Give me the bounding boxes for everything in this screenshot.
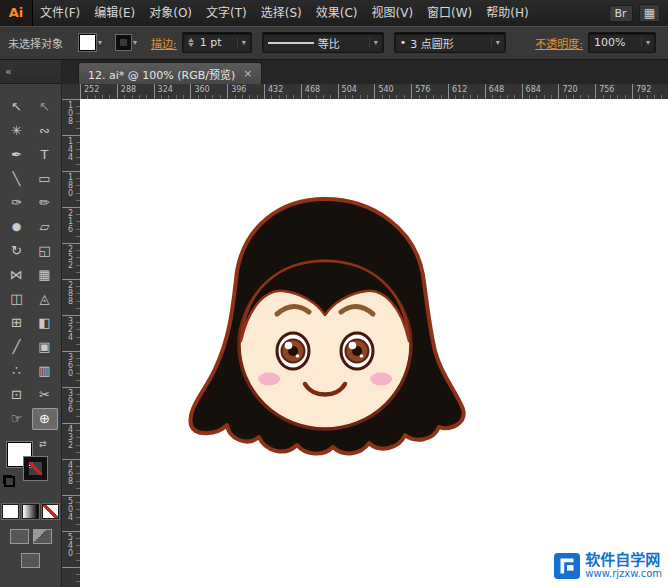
gradient-button[interactable]	[22, 504, 39, 519]
control-bar: 未选择对象 ▾ ▾ 描边: 1 pt ▾ 等比 ▾ • 3 点圆形 ▾ 不透明度…	[0, 26, 668, 60]
tab-close-icon[interactable]: ×	[243, 67, 252, 80]
menu-select[interactable]: 选择(S)	[254, 0, 309, 26]
selection-tool[interactable]: ↖	[4, 96, 30, 118]
tools-panel-collapse-button[interactable]: «	[0, 60, 61, 84]
free-transform-tool[interactable]: ▦	[32, 264, 58, 286]
rectangle-tool[interactable]: ▭	[32, 168, 58, 190]
menu-view[interactable]: 视图(V)	[364, 0, 420, 26]
menu-help[interactable]: 帮助(H)	[479, 0, 535, 26]
menu-object[interactable]: 对象(O)	[142, 0, 199, 26]
default-colors-icon[interactable]	[3, 475, 15, 487]
arrange-documents-icon[interactable]: ▦	[639, 4, 660, 22]
screen-mode-button[interactable]	[21, 553, 40, 568]
zoom-tool[interactable]: ⊕	[32, 408, 58, 430]
line-segment-tool[interactable]: ╲	[4, 168, 30, 190]
opacity-dropdown-icon[interactable]: ▾	[641, 38, 650, 47]
hand-tool[interactable]: ☞	[4, 408, 30, 430]
slice-tool[interactable]: ✂	[32, 384, 58, 406]
eraser-tool[interactable]: ▱	[32, 216, 58, 238]
stroke-color-swatch[interactable]	[24, 457, 47, 480]
fill-swatch-icon[interactable]	[79, 34, 96, 51]
blob-brush-tool[interactable]: ●	[4, 216, 30, 238]
vruler-label: 540	[66, 533, 75, 557]
stroke-color-control[interactable]: ▾	[116, 35, 137, 50]
vruler-label: 432	[66, 425, 75, 449]
tools-grid: ↖ ↖ ✳ ∾ ✒ T ╲ ▭ ✑ ✏ ● ▱ ↻ ◱ ⋈ ▦ ◫ ◬ ⊞ ◧ …	[0, 84, 61, 430]
width-profile-dropdown[interactable]: 等比 ▾	[262, 32, 384, 53]
hruler-label: 504	[342, 85, 357, 94]
hruler-label: 252	[84, 85, 99, 94]
stroke-panel-link[interactable]: 描边:	[151, 35, 177, 51]
paintbrush-tool[interactable]: ✑	[4, 192, 30, 214]
opacity-field[interactable]: 100% ▾	[588, 32, 656, 53]
vruler-label: 324	[66, 317, 75, 341]
vruler-label: 252	[66, 245, 75, 269]
scale-tool[interactable]: ◱	[32, 240, 58, 262]
vruler-label: 144	[66, 137, 75, 161]
perspective-grid-tool[interactable]: ◬	[32, 288, 58, 310]
girl-left-eye[interactable]	[277, 333, 309, 369]
direct-selection-tool[interactable]: ↖	[32, 96, 58, 118]
draw-behind-icon[interactable]	[33, 529, 52, 544]
swap-fill-stroke-icon[interactable]: ⇄	[39, 439, 47, 449]
color-button[interactable]	[2, 504, 19, 519]
menu-effect[interactable]: 效果(C)	[309, 0, 365, 26]
eyedropper-tool[interactable]: ╱	[4, 336, 30, 358]
none-button[interactable]	[42, 504, 59, 519]
girl-right-eye[interactable]	[341, 333, 373, 369]
draw-normal-icon[interactable]	[10, 529, 29, 544]
artboard-canvas[interactable]: 软件自学网 www.rjzxw.com	[80, 99, 668, 587]
hruler-label: 396	[231, 85, 246, 94]
brush-definition-dropdown[interactable]: • 3 点圆形 ▾	[394, 32, 506, 53]
menu-type[interactable]: 文字(T)	[199, 0, 254, 26]
column-graph-tool[interactable]: ▥	[32, 360, 58, 382]
hruler-label: 468	[305, 85, 320, 94]
symbol-sprayer-tool[interactable]: ∴	[4, 360, 30, 382]
width-profile-dropdown-icon[interactable]: ▾	[369, 38, 378, 47]
stroke-swatch-icon[interactable]	[116, 35, 131, 50]
selection-status-label: 未选择对象	[8, 35, 63, 51]
fill-dropdown-icon[interactable]: ▾	[98, 38, 102, 47]
stroke-weight-stepper[interactable]	[188, 38, 194, 47]
bridge-button[interactable]: Br	[609, 5, 633, 22]
vruler-label: 288	[66, 281, 75, 305]
girl-left-blush[interactable]	[258, 373, 280, 386]
blend-tool[interactable]: ▣	[32, 336, 58, 358]
vruler-label: 180	[66, 173, 75, 197]
brush-dropdown-icon[interactable]: ▾	[491, 38, 500, 47]
opacity-panel-link[interactable]: 不透明度:	[535, 35, 583, 51]
type-tool[interactable]: T	[32, 144, 58, 166]
gradient-tool[interactable]: ◧	[32, 312, 58, 334]
girl-right-blush[interactable]	[370, 373, 392, 386]
hruler-label: 324	[158, 85, 173, 94]
draw-mode-buttons	[0, 529, 61, 544]
fill-color-control[interactable]: ▾	[79, 34, 102, 51]
shape-builder-tool[interactable]: ◫	[4, 288, 30, 310]
width-tool[interactable]: ⋈	[4, 264, 30, 286]
artboard-tool[interactable]: ⊡	[4, 384, 30, 406]
lasso-tool[interactable]: ∾	[32, 120, 58, 142]
magic-wand-tool[interactable]: ✳	[4, 120, 30, 142]
menu-window[interactable]: 窗口(W)	[420, 0, 479, 26]
menu-file[interactable]: 文件(F)	[33, 0, 87, 26]
hruler-label: 576	[415, 85, 430, 94]
mesh-tool[interactable]: ⊞	[4, 312, 30, 334]
horizontal-ruler[interactable]: 2522883243603964324685045405766126486847…	[80, 84, 668, 100]
fill-stroke-swatches: ⇄	[0, 442, 61, 494]
vertical-ruler[interactable]: 108144180216252288324360396432468504540	[62, 99, 81, 587]
menubar: Ai 文件(F) 编辑(E) 对象(O) 文字(T) 选择(S) 效果(C) 视…	[0, 0, 668, 27]
illustrator-window: Ai 文件(F) 编辑(E) 对象(O) 文字(T) 选择(S) 效果(C) 视…	[0, 0, 668, 587]
width-profile-line-icon	[268, 42, 314, 44]
brush-dot-icon: •	[400, 36, 407, 49]
hruler-label: 432	[268, 85, 283, 94]
tools-panel: « ↖ ↖ ✳ ∾ ✒ T ╲ ▭ ✑ ✏ ● ▱ ↻ ◱ ⋈ ▦ ◫ ◬ ⊞ …	[0, 60, 62, 587]
stroke-weight-field[interactable]: 1 pt ▾	[182, 32, 252, 53]
pen-tool[interactable]: ✒	[4, 144, 30, 166]
rotate-tool[interactable]: ↻	[4, 240, 30, 262]
document-tab[interactable]: 12. ai* @ 100% (RGB/预览) ×	[78, 62, 262, 84]
pencil-tool[interactable]: ✏	[32, 192, 58, 214]
stroke-dropdown-icon[interactable]: ▾	[133, 38, 137, 47]
stroke-weight-dropdown-icon[interactable]: ▾	[237, 38, 246, 47]
document-tab-bar: 12. ai* @ 100% (RGB/预览) ×	[62, 60, 668, 85]
menu-edit[interactable]: 编辑(E)	[87, 0, 142, 26]
